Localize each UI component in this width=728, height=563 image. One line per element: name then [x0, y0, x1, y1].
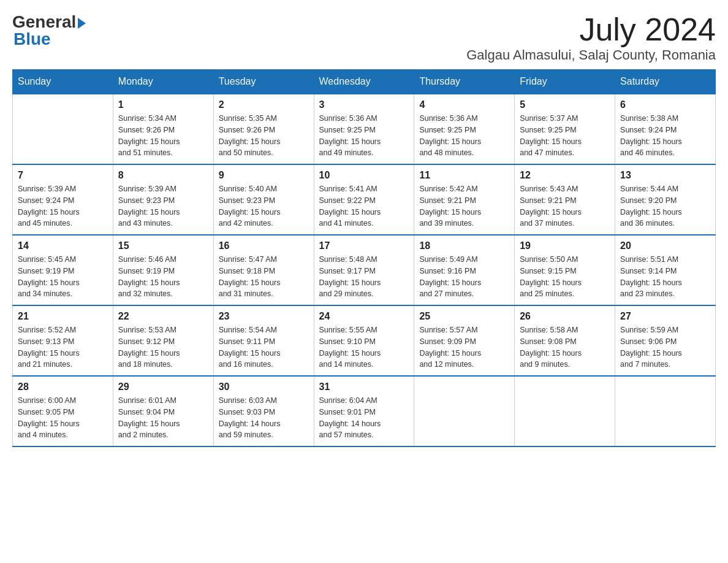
day-cell-13: 13Sunrise: 5:44 AM Sunset: 9:20 PM Dayli… — [615, 164, 716, 235]
day-info-14: Sunrise: 5:45 AM Sunset: 9:19 PM Dayligh… — [18, 254, 108, 300]
week-row-1: 1Sunrise: 5:34 AM Sunset: 9:26 PM Daylig… — [13, 94, 716, 164]
month-year-title: July 2024 — [466, 12, 716, 47]
day-number-7: 7 — [18, 170, 108, 181]
day-info-27: Sunrise: 5:59 AM Sunset: 9:06 PM Dayligh… — [620, 324, 710, 370]
day-cell-6: 6Sunrise: 5:38 AM Sunset: 9:24 PM Daylig… — [615, 94, 716, 164]
day-cell-24: 24Sunrise: 5:55 AM Sunset: 9:10 PM Dayli… — [314, 305, 414, 376]
day-number-28: 28 — [18, 381, 108, 393]
day-cell-29: 29Sunrise: 6:01 AM Sunset: 9:04 PM Dayli… — [113, 376, 213, 446]
week-row-5: 28Sunrise: 6:00 AM Sunset: 9:05 PM Dayli… — [13, 376, 716, 446]
day-number-11: 11 — [419, 170, 509, 181]
day-number-1: 1 — [118, 99, 208, 110]
day-info-22: Sunrise: 5:53 AM Sunset: 9:12 PM Dayligh… — [118, 324, 208, 370]
day-number-14: 14 — [18, 240, 108, 251]
header-wednesday: Wednesday — [314, 70, 414, 94]
empty-cell — [13, 94, 113, 164]
day-cell-20: 20Sunrise: 5:51 AM Sunset: 9:14 PM Dayli… — [615, 235, 716, 305]
week-row-4: 21Sunrise: 5:52 AM Sunset: 9:13 PM Dayli… — [13, 305, 716, 376]
day-info-8: Sunrise: 5:39 AM Sunset: 9:23 PM Dayligh… — [118, 183, 208, 229]
calendar-table: SundayMondayTuesdayWednesdayThursdayFrid… — [12, 69, 716, 447]
day-info-31: Sunrise: 6:04 AM Sunset: 9:01 PM Dayligh… — [319, 395, 409, 441]
day-info-10: Sunrise: 5:41 AM Sunset: 9:22 PM Dayligh… — [319, 183, 409, 229]
day-info-29: Sunrise: 6:01 AM Sunset: 9:04 PM Dayligh… — [118, 395, 208, 441]
day-number-23: 23 — [219, 311, 309, 322]
day-number-12: 12 — [520, 170, 610, 181]
day-cell-16: 16Sunrise: 5:47 AM Sunset: 9:18 PM Dayli… — [213, 235, 314, 305]
day-cell-26: 26Sunrise: 5:58 AM Sunset: 9:08 PM Dayli… — [515, 305, 615, 376]
day-number-27: 27 — [620, 311, 710, 322]
day-info-20: Sunrise: 5:51 AM Sunset: 9:14 PM Dayligh… — [620, 254, 710, 300]
day-number-21: 21 — [18, 311, 108, 322]
day-info-25: Sunrise: 5:57 AM Sunset: 9:09 PM Dayligh… — [419, 324, 509, 370]
calendar-header-row: SundayMondayTuesdayWednesdayThursdayFrid… — [13, 70, 716, 94]
logo-triangle-icon — [78, 18, 86, 29]
logo-blue-text: Blue — [12, 29, 51, 49]
day-info-11: Sunrise: 5:42 AM Sunset: 9:21 PM Dayligh… — [419, 183, 509, 229]
day-cell-8: 8Sunrise: 5:39 AM Sunset: 9:23 PM Daylig… — [113, 164, 213, 235]
day-cell-1: 1Sunrise: 5:34 AM Sunset: 9:26 PM Daylig… — [113, 94, 213, 164]
day-number-29: 29 — [118, 381, 208, 393]
day-number-15: 15 — [118, 240, 208, 251]
empty-cell — [515, 376, 615, 446]
header-sunday: Sunday — [13, 70, 113, 94]
day-cell-14: 14Sunrise: 5:45 AM Sunset: 9:19 PM Dayli… — [13, 235, 113, 305]
day-info-28: Sunrise: 6:00 AM Sunset: 9:05 PM Dayligh… — [18, 395, 108, 441]
day-cell-10: 10Sunrise: 5:41 AM Sunset: 9:22 PM Dayli… — [314, 164, 414, 235]
day-number-30: 30 — [219, 381, 309, 393]
day-info-9: Sunrise: 5:40 AM Sunset: 9:23 PM Dayligh… — [219, 183, 309, 229]
day-number-25: 25 — [419, 311, 509, 322]
day-info-12: Sunrise: 5:43 AM Sunset: 9:21 PM Dayligh… — [520, 183, 610, 229]
day-number-9: 9 — [219, 170, 309, 181]
day-info-18: Sunrise: 5:49 AM Sunset: 9:16 PM Dayligh… — [419, 254, 509, 300]
empty-cell — [414, 376, 515, 446]
day-cell-25: 25Sunrise: 5:57 AM Sunset: 9:09 PM Dayli… — [414, 305, 515, 376]
header-monday: Monday — [113, 70, 213, 94]
day-number-6: 6 — [620, 99, 710, 110]
title-area: July 2024 Galgau Almasului, Salaj County… — [466, 12, 716, 63]
day-info-2: Sunrise: 5:35 AM Sunset: 9:26 PM Dayligh… — [219, 113, 309, 159]
location-title: Galgau Almasului, Salaj County, Romania — [466, 47, 716, 63]
day-number-2: 2 — [219, 99, 309, 110]
day-info-21: Sunrise: 5:52 AM Sunset: 9:13 PM Dayligh… — [18, 324, 108, 370]
day-cell-3: 3Sunrise: 5:36 AM Sunset: 9:25 PM Daylig… — [314, 94, 414, 164]
empty-cell — [615, 376, 716, 446]
day-info-26: Sunrise: 5:58 AM Sunset: 9:08 PM Dayligh… — [520, 324, 610, 370]
logo: General Blue — [12, 12, 86, 49]
day-number-13: 13 — [620, 170, 710, 181]
day-cell-31: 31Sunrise: 6:04 AM Sunset: 9:01 PM Dayli… — [314, 376, 414, 446]
day-info-4: Sunrise: 5:36 AM Sunset: 9:25 PM Dayligh… — [419, 113, 509, 159]
day-info-19: Sunrise: 5:50 AM Sunset: 9:15 PM Dayligh… — [520, 254, 610, 300]
week-row-2: 7Sunrise: 5:39 AM Sunset: 9:24 PM Daylig… — [13, 164, 716, 235]
day-number-17: 17 — [319, 240, 409, 251]
day-number-16: 16 — [219, 240, 309, 251]
day-info-15: Sunrise: 5:46 AM Sunset: 9:19 PM Dayligh… — [118, 254, 208, 300]
day-cell-9: 9Sunrise: 5:40 AM Sunset: 9:23 PM Daylig… — [213, 164, 314, 235]
day-number-4: 4 — [419, 99, 509, 110]
day-number-20: 20 — [620, 240, 710, 251]
day-cell-2: 2Sunrise: 5:35 AM Sunset: 9:26 PM Daylig… — [213, 94, 314, 164]
page-header: General Blue July 2024 Galgau Almasului,… — [12, 12, 716, 63]
day-cell-19: 19Sunrise: 5:50 AM Sunset: 9:15 PM Dayli… — [515, 235, 615, 305]
day-cell-12: 12Sunrise: 5:43 AM Sunset: 9:21 PM Dayli… — [515, 164, 615, 235]
day-cell-7: 7Sunrise: 5:39 AM Sunset: 9:24 PM Daylig… — [13, 164, 113, 235]
day-cell-18: 18Sunrise: 5:49 AM Sunset: 9:16 PM Dayli… — [414, 235, 515, 305]
day-info-17: Sunrise: 5:48 AM Sunset: 9:17 PM Dayligh… — [319, 254, 409, 300]
day-cell-11: 11Sunrise: 5:42 AM Sunset: 9:21 PM Dayli… — [414, 164, 515, 235]
day-info-6: Sunrise: 5:38 AM Sunset: 9:24 PM Dayligh… — [620, 113, 710, 159]
header-saturday: Saturday — [615, 70, 716, 94]
day-info-16: Sunrise: 5:47 AM Sunset: 9:18 PM Dayligh… — [219, 254, 309, 300]
day-number-8: 8 — [118, 170, 208, 181]
day-info-3: Sunrise: 5:36 AM Sunset: 9:25 PM Dayligh… — [319, 113, 409, 159]
day-info-23: Sunrise: 5:54 AM Sunset: 9:11 PM Dayligh… — [219, 324, 309, 370]
day-info-7: Sunrise: 5:39 AM Sunset: 9:24 PM Dayligh… — [18, 183, 108, 229]
day-number-10: 10 — [319, 170, 409, 181]
header-friday: Friday — [515, 70, 615, 94]
day-cell-17: 17Sunrise: 5:48 AM Sunset: 9:17 PM Dayli… — [314, 235, 414, 305]
day-cell-23: 23Sunrise: 5:54 AM Sunset: 9:11 PM Dayli… — [213, 305, 314, 376]
day-number-22: 22 — [118, 311, 208, 322]
day-number-18: 18 — [419, 240, 509, 251]
day-cell-5: 5Sunrise: 5:37 AM Sunset: 9:25 PM Daylig… — [515, 94, 615, 164]
day-number-24: 24 — [319, 311, 409, 322]
week-row-3: 14Sunrise: 5:45 AM Sunset: 9:19 PM Dayli… — [13, 235, 716, 305]
day-cell-28: 28Sunrise: 6:00 AM Sunset: 9:05 PM Dayli… — [13, 376, 113, 446]
